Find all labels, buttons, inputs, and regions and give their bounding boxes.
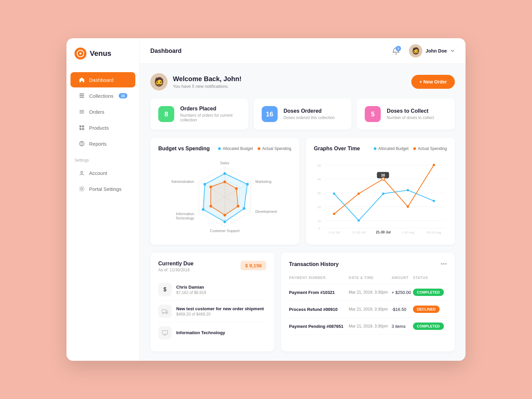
svg-rect-74 — [162, 310, 166, 313]
table-row: Payment Pending #087651 Mar 21, 2019, 3:… — [289, 318, 447, 335]
due-item: New test customer for new order shipment… — [158, 301, 266, 322]
sidebar-item-orders[interactable]: Orders — [70, 104, 135, 119]
due-item-info-2: Information Technology — [176, 330, 225, 336]
collections-badge: 16 — [119, 93, 127, 98]
header: Dashboard 5 🧔 John Doe — [140, 38, 466, 64]
new-order-button[interactable]: + New Order — [411, 75, 455, 89]
due-item-detail-1: $469.20 of $469.20 — [176, 312, 264, 317]
txn-amount-1: -$16.50 — [392, 301, 413, 318]
stat-badge-doses: 16 — [262, 106, 278, 122]
account-icon — [78, 170, 85, 176]
sidebar-item-dashboard[interactable]: Dashboard — [70, 72, 135, 87]
legend-dot-orange — [258, 147, 260, 150]
sidebar-item-portal-settings[interactable]: Portal Settings — [70, 181, 135, 197]
svg-point-66 — [382, 178, 385, 181]
txn-title: Transaction History — [289, 261, 338, 267]
txn-status-2: COMPLETED — [413, 318, 447, 335]
status-badge-completed-2: COMPLETED — [413, 323, 444, 330]
home-icon — [78, 76, 85, 83]
welcome-bar: 🧔 Welcome Back, John! You have 5 new not… — [150, 73, 455, 90]
sidebar-navigation: Dashboard Collections 16 — [66, 69, 139, 361]
legend-line-dot-orange — [413, 147, 416, 150]
legend-line-label-actual: Actual Spending — [418, 146, 447, 151]
svg-text:21-30 Jul: 21-30 Jul — [376, 230, 391, 234]
svg-point-33 — [235, 187, 238, 190]
svg-point-32 — [223, 181, 226, 183]
due-icon-truck — [158, 305, 172, 318]
svg-point-60 — [407, 189, 409, 192]
stat-info-doses: Doses Ordered Doses ordered this collect… — [284, 108, 335, 120]
stat-label-collect: Doses to Collect — [387, 108, 434, 114]
due-item-detail-0: $7,162 of $8,918 — [176, 290, 206, 295]
orders-icon — [78, 108, 85, 115]
col-amount: Amount — [392, 274, 413, 284]
stat-label-doses: Doses Ordered — [284, 108, 335, 114]
svg-point-57 — [333, 193, 335, 195]
svg-rect-77 — [162, 331, 168, 334]
legend-label-allocated: Allocated Budget — [223, 146, 253, 151]
svg-text:1-10 Aug: 1-10 Aug — [401, 230, 414, 234]
txn-datetime-1: Mar 21, 2019, 3:30pm — [349, 301, 392, 318]
main-content: Dashboard 5 🧔 John Doe — [140, 38, 466, 361]
stat-label-orders: Orders Placed — [180, 106, 240, 112]
line-chart: 50 40 30 20 10 0 — [314, 157, 447, 237]
txn-status-1: DECLINED — [413, 301, 447, 318]
due-date: As of: 11/30/2018 — [158, 268, 194, 272]
bottom-row: Currently Due As of: 11/30/2018 $ 9,156 … — [150, 253, 455, 351]
notifications-button[interactable]: 5 — [390, 45, 402, 57]
txn-amount-2: 3 items — [392, 318, 413, 335]
charts-row: Budget vs Spending Allocated Budget Actu… — [150, 138, 455, 245]
svg-text:30: 30 — [317, 191, 321, 195]
svg-rect-7 — [79, 125, 81, 127]
logo-text: Venus — [90, 49, 111, 58]
avatar: 🧔 — [409, 44, 422, 58]
legend-allocated: Allocated Budget — [218, 146, 253, 151]
nav-label-account: Account — [89, 170, 107, 176]
logo[interactable]: Venus — [66, 38, 139, 69]
currently-due-card: Currently Due As of: 11/30/2018 $ 9,156 … — [150, 253, 274, 351]
sidebar-item-reports[interactable]: Reports — [70, 136, 135, 151]
status-badge-completed-0: COMPLETED — [413, 289, 444, 296]
svg-text:Sales: Sales — [220, 161, 229, 165]
collections-icon — [78, 92, 85, 99]
welcome-greeting: Welcome Back, John! — [173, 75, 241, 83]
txn-tbody: Payment From #10321 Mar 21, 2019, 3:30pm… — [289, 284, 447, 335]
nav-label-orders: Orders — [89, 109, 104, 115]
line-chart-legend: Allocated Budget Actual Spending — [374, 146, 447, 151]
sidebar-item-collections[interactable]: Collections 16 — [70, 88, 135, 103]
status-badge-declined: DECLINED — [413, 306, 440, 313]
radar-chart: Sales Marketing Development Customer Sup… — [158, 157, 291, 237]
transaction-history-card: Transaction History ••• Payment Number D… — [281, 253, 455, 351]
stat-desc-doses: Doses ordered this collection — [284, 115, 335, 120]
svg-text:20: 20 — [317, 205, 321, 209]
welcome-text: Welcome Back, John! You have 5 new notif… — [173, 75, 241, 89]
sidebar-item-account[interactable]: Account — [70, 165, 135, 181]
budget-chart-header: Budget vs Spending Allocated Budget Actu… — [158, 146, 291, 152]
svg-point-26 — [246, 183, 249, 186]
welcome-subtitle: You have 5 new notifications. — [173, 84, 241, 89]
svg-point-76 — [166, 313, 167, 314]
svg-point-13 — [81, 171, 83, 173]
stat-card-orders: 8 Orders Placed Numbers of orders for cu… — [150, 98, 248, 130]
legend-line-allocated: Allocated Budget — [374, 146, 409, 151]
svg-text:1-10 Jul: 1-10 Jul — [329, 230, 340, 234]
txn-more-button[interactable]: ••• — [441, 261, 447, 268]
svg-point-28 — [223, 220, 226, 223]
user-menu[interactable]: 🧔 John Doe — [409, 44, 455, 58]
table-row: Process Refund #00910 Mar 21, 2019, 3:30… — [289, 301, 447, 318]
svg-text:Marketing: Marketing — [255, 180, 271, 184]
legend-label-actual: Actual Spending — [262, 146, 291, 151]
stat-cards: 8 Orders Placed Numbers of orders for cu… — [150, 98, 455, 130]
svg-rect-2 — [79, 95, 84, 96]
nav-label-portal-settings: Portal Settings — [89, 186, 122, 192]
content-area: 🧔 Welcome Back, John! You have 5 new not… — [140, 64, 466, 361]
stat-info-orders: Orders Placed Numbers of orders for curr… — [180, 106, 240, 122]
txn-status-0: COMPLETED — [413, 284, 447, 301]
logo-icon — [74, 48, 86, 60]
sidebar-item-products[interactable]: Products — [70, 120, 135, 135]
stat-badge-orders: 8 — [158, 106, 174, 122]
line-chart-title: Graphs Over Time — [314, 146, 360, 152]
svg-point-27 — [243, 207, 245, 210]
txn-datetime-2: Mar 21, 2019, 3:30pm — [349, 318, 392, 335]
due-item-name-2: Information Technology — [176, 330, 225, 335]
